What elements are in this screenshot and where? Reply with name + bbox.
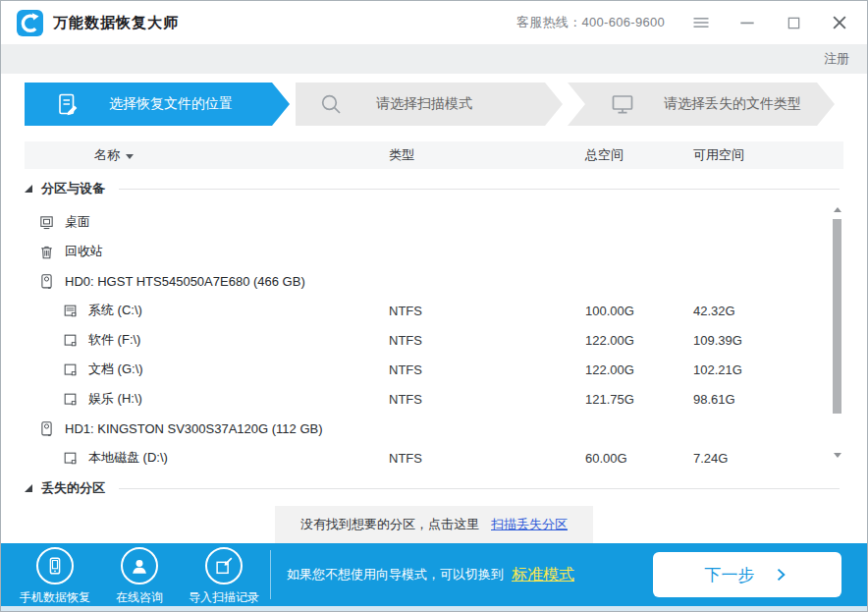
column-free-space[interactable]: 可用空间: [693, 146, 843, 164]
person-icon: [121, 547, 158, 584]
document-pen-icon: [56, 92, 80, 116]
column-total-space[interactable]: 总空间: [585, 146, 693, 164]
table-row-partition-d[interactable]: 本地磁盘 (D:\) NTFS 60.00G 7.24G: [25, 443, 843, 469]
partition-icon: [62, 332, 79, 349]
hard-drive-icon: [38, 273, 55, 290]
scan-lost-partition-link[interactable]: 扫描丢失分区: [491, 516, 568, 533]
system-partition-icon: [62, 303, 79, 319]
table-row-partition-h[interactable]: 娱乐 (H:\) NTFS 121.75G 98.61G: [25, 384, 843, 414]
sort-arrow-icon: [126, 154, 134, 159]
hotline-text: 客服热线：400-606-9600: [516, 14, 665, 31]
register-link[interactable]: 注册: [824, 50, 849, 68]
app-title: 万能数据恢复大师: [53, 14, 179, 32]
table-row-partition-g[interactable]: 文档 (G:\) NTFS 122.00G 102.21G: [25, 355, 843, 384]
window-bottom-strip: [1, 606, 867, 611]
step-label: 请选择丢失的文件类型: [664, 95, 801, 113]
standard-mode-link[interactable]: 标准模式: [512, 565, 574, 585]
section-divider: [119, 488, 840, 489]
notice-text: 没有找到想要的分区，点击这里: [300, 516, 479, 533]
device-list: 桌面 回收站 HD0: HGST HTS545050A7E680 (466 GB…: [25, 197, 843, 469]
step-label: 选择恢复文件的位置: [109, 95, 233, 113]
table-row-recycle-bin[interactable]: 回收站: [25, 237, 843, 266]
table-row-hd1[interactable]: HD1: KINGSTON SV300S37A120G (112 GB): [25, 414, 843, 443]
scrollbar[interactable]: [832, 207, 843, 465]
tool-label: 手机数据恢复: [20, 589, 90, 606]
online-support-button[interactable]: 在线咨询: [97, 544, 182, 606]
table-header: 名称 类型 总空间 可用空间: [25, 141, 843, 169]
scroll-up-icon[interactable]: [834, 207, 841, 212]
scroll-down-icon[interactable]: [834, 453, 841, 458]
section-divider: [119, 189, 840, 190]
notice-box: 没有找到想要的分区，点击这里 扫描丢失分区: [275, 506, 593, 543]
step-file-type: 请选择丢失的文件类型: [568, 83, 835, 126]
step-scan-mode: 请选择扫描模式: [296, 83, 563, 126]
table-row-hd0[interactable]: HD0: HGST HTS545050A7E680 (466 GB): [25, 266, 843, 296]
next-step-button[interactable]: 下一步: [653, 552, 841, 597]
table-row-partition-f[interactable]: 软件 (F:\) NTFS 122.00G 109.39G: [25, 325, 843, 355]
close-icon[interactable]: [830, 13, 849, 32]
phone-icon: [36, 547, 74, 584]
app-window: 万能数据恢复大师 客服热线：400-606-9600 注册 选择恢复文件的位置 …: [0, 0, 868, 612]
import-icon: [205, 547, 243, 584]
section-title: 分区与设备: [41, 180, 105, 197]
section-partitions-devices: 分区与设备: [25, 180, 843, 197]
desktop-icon: [38, 214, 55, 231]
collapse-triangle-icon[interactable]: [25, 484, 32, 492]
next-label: 下一步: [705, 564, 755, 586]
titlebar-right: 客服热线：400-606-9600: [516, 13, 849, 32]
hard-drive-icon: [38, 420, 55, 437]
app-logo-icon: [17, 10, 43, 36]
section-lost-partitions: 丢失的分区: [25, 479, 843, 497]
scrollbar-thumb[interactable]: [833, 219, 841, 414]
partition-icon: [62, 362, 79, 378]
menu-icon[interactable]: [691, 13, 711, 32]
monitor-icon: [611, 92, 634, 116]
partition-icon: [62, 391, 79, 408]
table-row-partition-c[interactable]: 系统 (C:\) NTFS 100.00G 42.32G: [25, 296, 843, 325]
column-type[interactable]: 类型: [389, 146, 585, 164]
wizard-steps: 选择恢复文件的位置 请选择扫描模式 请选择丢失的文件类型: [25, 83, 843, 126]
column-name[interactable]: 名称: [25, 146, 389, 164]
mode-hint-text: 如果您不想使用向导模式，可以切换到: [287, 566, 504, 584]
notice-wrap: 没有找到想要的分区，点击这里 扫描丢失分区: [1, 506, 867, 543]
section-title: 丢失的分区: [41, 479, 105, 497]
titlebar: 万能数据恢复大师 客服热线：400-606-9600: [1, 1, 867, 44]
step-select-location[interactable]: 选择恢复文件的位置: [25, 83, 290, 126]
footer-bar: 手机数据恢复 在线咨询 导入扫描记录 如果您不想使用向导模式，可以切换到 标准模…: [1, 543, 867, 606]
import-scan-record-button[interactable]: 导入扫描记录: [182, 544, 266, 606]
recycle-bin-icon: [38, 244, 55, 260]
tool-label: 在线咨询: [116, 589, 163, 606]
chevron-right-icon: [771, 565, 790, 584]
maximize-icon[interactable]: [784, 13, 803, 32]
tool-label: 导入扫描记录: [189, 589, 259, 606]
minimize-icon[interactable]: [737, 13, 757, 32]
table-row-desktop[interactable]: 桌面: [25, 207, 843, 237]
collapse-triangle-icon[interactable]: [25, 185, 32, 193]
phone-recovery-button[interactable]: 手机数据恢复: [13, 544, 97, 606]
sub-bar: 注册: [1, 44, 867, 74]
step-label: 请选择扫描模式: [376, 95, 472, 113]
footer-divider: [270, 550, 271, 599]
partition-icon: [62, 450, 79, 467]
magnifier-icon: [319, 92, 343, 116]
